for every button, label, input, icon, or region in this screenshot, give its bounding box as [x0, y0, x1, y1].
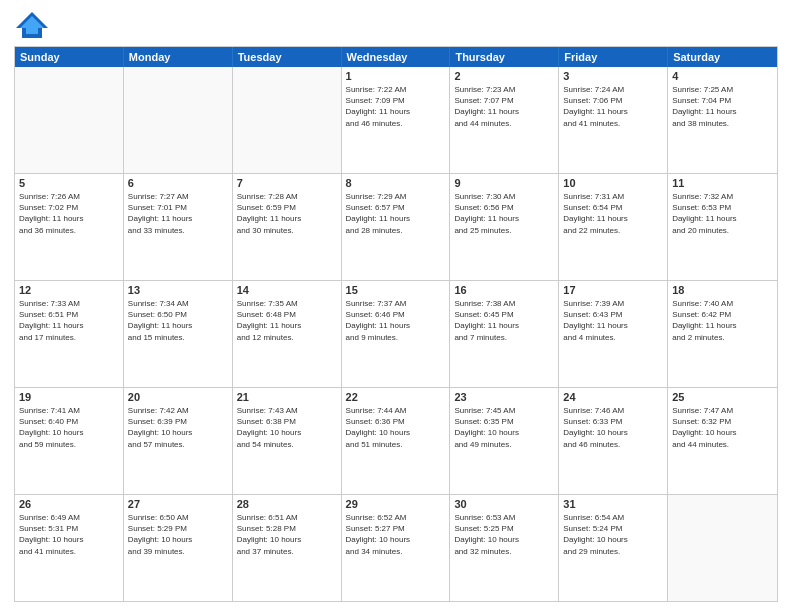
day-info: Sunrise: 6:49 AM Sunset: 5:31 PM Dayligh…: [19, 512, 119, 557]
day-info: Sunrise: 7:30 AM Sunset: 6:56 PM Dayligh…: [454, 191, 554, 236]
day-cell-11: 11Sunrise: 7:32 AM Sunset: 6:53 PM Dayli…: [668, 174, 777, 280]
day-cell-31: 31Sunrise: 6:54 AM Sunset: 5:24 PM Dayli…: [559, 495, 668, 601]
day-info: Sunrise: 7:35 AM Sunset: 6:48 PM Dayligh…: [237, 298, 337, 343]
day-info: Sunrise: 7:23 AM Sunset: 7:07 PM Dayligh…: [454, 84, 554, 129]
day-info: Sunrise: 6:51 AM Sunset: 5:28 PM Dayligh…: [237, 512, 337, 557]
day-info: Sunrise: 7:45 AM Sunset: 6:35 PM Dayligh…: [454, 405, 554, 450]
day-number: 25: [672, 391, 773, 403]
day-cell-3: 3Sunrise: 7:24 AM Sunset: 7:06 PM Daylig…: [559, 67, 668, 173]
weekday-header-sunday: Sunday: [15, 47, 124, 67]
day-cell-23: 23Sunrise: 7:45 AM Sunset: 6:35 PM Dayli…: [450, 388, 559, 494]
day-info: Sunrise: 7:38 AM Sunset: 6:45 PM Dayligh…: [454, 298, 554, 343]
day-cell-5: 5Sunrise: 7:26 AM Sunset: 7:02 PM Daylig…: [15, 174, 124, 280]
day-cell-24: 24Sunrise: 7:46 AM Sunset: 6:33 PM Dayli…: [559, 388, 668, 494]
day-info: Sunrise: 7:40 AM Sunset: 6:42 PM Dayligh…: [672, 298, 773, 343]
day-info: Sunrise: 7:33 AM Sunset: 6:51 PM Dayligh…: [19, 298, 119, 343]
day-number: 29: [346, 498, 446, 510]
day-number: 28: [237, 498, 337, 510]
day-info: Sunrise: 7:27 AM Sunset: 7:01 PM Dayligh…: [128, 191, 228, 236]
day-cell-20: 20Sunrise: 7:42 AM Sunset: 6:39 PM Dayli…: [124, 388, 233, 494]
calendar-row-5: 26Sunrise: 6:49 AM Sunset: 5:31 PM Dayli…: [15, 494, 777, 601]
calendar-row-4: 19Sunrise: 7:41 AM Sunset: 6:40 PM Dayli…: [15, 387, 777, 494]
calendar: SundayMondayTuesdayWednesdayThursdayFrid…: [14, 46, 778, 602]
day-number: 8: [346, 177, 446, 189]
calendar-row-2: 5Sunrise: 7:26 AM Sunset: 7:02 PM Daylig…: [15, 173, 777, 280]
weekday-header-monday: Monday: [124, 47, 233, 67]
day-cell-6: 6Sunrise: 7:27 AM Sunset: 7:01 PM Daylig…: [124, 174, 233, 280]
day-info: Sunrise: 7:24 AM Sunset: 7:06 PM Dayligh…: [563, 84, 663, 129]
day-info: Sunrise: 7:25 AM Sunset: 7:04 PM Dayligh…: [672, 84, 773, 129]
day-number: 21: [237, 391, 337, 403]
day-cell-18: 18Sunrise: 7:40 AM Sunset: 6:42 PM Dayli…: [668, 281, 777, 387]
day-number: 23: [454, 391, 554, 403]
day-info: Sunrise: 7:46 AM Sunset: 6:33 PM Dayligh…: [563, 405, 663, 450]
day-number: 27: [128, 498, 228, 510]
day-info: Sunrise: 7:44 AM Sunset: 6:36 PM Dayligh…: [346, 405, 446, 450]
day-cell-10: 10Sunrise: 7:31 AM Sunset: 6:54 PM Dayli…: [559, 174, 668, 280]
day-info: Sunrise: 6:53 AM Sunset: 5:25 PM Dayligh…: [454, 512, 554, 557]
page: SundayMondayTuesdayWednesdayThursdayFrid…: [0, 0, 792, 612]
day-number: 26: [19, 498, 119, 510]
day-number: 12: [19, 284, 119, 296]
day-info: Sunrise: 6:52 AM Sunset: 5:27 PM Dayligh…: [346, 512, 446, 557]
day-number: 20: [128, 391, 228, 403]
day-number: 4: [672, 70, 773, 82]
day-cell-17: 17Sunrise: 7:39 AM Sunset: 6:43 PM Dayli…: [559, 281, 668, 387]
day-cell-25: 25Sunrise: 7:47 AM Sunset: 6:32 PM Dayli…: [668, 388, 777, 494]
day-info: Sunrise: 7:37 AM Sunset: 6:46 PM Dayligh…: [346, 298, 446, 343]
day-cell-1: 1Sunrise: 7:22 AM Sunset: 7:09 PM Daylig…: [342, 67, 451, 173]
day-number: 18: [672, 284, 773, 296]
day-cell-27: 27Sunrise: 6:50 AM Sunset: 5:29 PM Dayli…: [124, 495, 233, 601]
day-info: Sunrise: 6:54 AM Sunset: 5:24 PM Dayligh…: [563, 512, 663, 557]
calendar-row-1: 1Sunrise: 7:22 AM Sunset: 7:09 PM Daylig…: [15, 67, 777, 173]
logo-icon: [14, 10, 50, 40]
day-number: 24: [563, 391, 663, 403]
weekday-header-saturday: Saturday: [668, 47, 777, 67]
weekday-header-friday: Friday: [559, 47, 668, 67]
day-cell-14: 14Sunrise: 7:35 AM Sunset: 6:48 PM Dayli…: [233, 281, 342, 387]
day-number: 31: [563, 498, 663, 510]
day-cell-12: 12Sunrise: 7:33 AM Sunset: 6:51 PM Dayli…: [15, 281, 124, 387]
day-info: Sunrise: 7:22 AM Sunset: 7:09 PM Dayligh…: [346, 84, 446, 129]
day-info: Sunrise: 7:42 AM Sunset: 6:39 PM Dayligh…: [128, 405, 228, 450]
day-number: 19: [19, 391, 119, 403]
day-info: Sunrise: 7:39 AM Sunset: 6:43 PM Dayligh…: [563, 298, 663, 343]
day-cell-28: 28Sunrise: 6:51 AM Sunset: 5:28 PM Dayli…: [233, 495, 342, 601]
weekday-header-thursday: Thursday: [450, 47, 559, 67]
calendar-row-3: 12Sunrise: 7:33 AM Sunset: 6:51 PM Dayli…: [15, 280, 777, 387]
day-info: Sunrise: 7:29 AM Sunset: 6:57 PM Dayligh…: [346, 191, 446, 236]
day-number: 10: [563, 177, 663, 189]
day-cell-7: 7Sunrise: 7:28 AM Sunset: 6:59 PM Daylig…: [233, 174, 342, 280]
day-number: 13: [128, 284, 228, 296]
day-number: 2: [454, 70, 554, 82]
header: [14, 10, 778, 40]
day-number: 9: [454, 177, 554, 189]
day-info: Sunrise: 7:26 AM Sunset: 7:02 PM Dayligh…: [19, 191, 119, 236]
day-number: 22: [346, 391, 446, 403]
day-cell-29: 29Sunrise: 6:52 AM Sunset: 5:27 PM Dayli…: [342, 495, 451, 601]
day-cell-26: 26Sunrise: 6:49 AM Sunset: 5:31 PM Dayli…: [15, 495, 124, 601]
day-number: 15: [346, 284, 446, 296]
day-cell-8: 8Sunrise: 7:29 AM Sunset: 6:57 PM Daylig…: [342, 174, 451, 280]
day-number: 5: [19, 177, 119, 189]
calendar-body: 1Sunrise: 7:22 AM Sunset: 7:09 PM Daylig…: [15, 67, 777, 601]
weekday-header-wednesday: Wednesday: [342, 47, 451, 67]
day-cell-22: 22Sunrise: 7:44 AM Sunset: 6:36 PM Dayli…: [342, 388, 451, 494]
day-cell-9: 9Sunrise: 7:30 AM Sunset: 6:56 PM Daylig…: [450, 174, 559, 280]
weekday-header-tuesday: Tuesday: [233, 47, 342, 67]
day-number: 16: [454, 284, 554, 296]
calendar-header: SundayMondayTuesdayWednesdayThursdayFrid…: [15, 47, 777, 67]
day-info: Sunrise: 7:41 AM Sunset: 6:40 PM Dayligh…: [19, 405, 119, 450]
day-number: 1: [346, 70, 446, 82]
day-info: Sunrise: 7:47 AM Sunset: 6:32 PM Dayligh…: [672, 405, 773, 450]
day-number: 7: [237, 177, 337, 189]
day-cell-21: 21Sunrise: 7:43 AM Sunset: 6:38 PM Dayli…: [233, 388, 342, 494]
day-info: Sunrise: 7:34 AM Sunset: 6:50 PM Dayligh…: [128, 298, 228, 343]
day-cell-4: 4Sunrise: 7:25 AM Sunset: 7:04 PM Daylig…: [668, 67, 777, 173]
day-info: Sunrise: 7:43 AM Sunset: 6:38 PM Dayligh…: [237, 405, 337, 450]
day-number: 3: [563, 70, 663, 82]
day-info: Sunrise: 7:28 AM Sunset: 6:59 PM Dayligh…: [237, 191, 337, 236]
day-number: 14: [237, 284, 337, 296]
day-cell-13: 13Sunrise: 7:34 AM Sunset: 6:50 PM Dayli…: [124, 281, 233, 387]
empty-cell: [668, 495, 777, 601]
